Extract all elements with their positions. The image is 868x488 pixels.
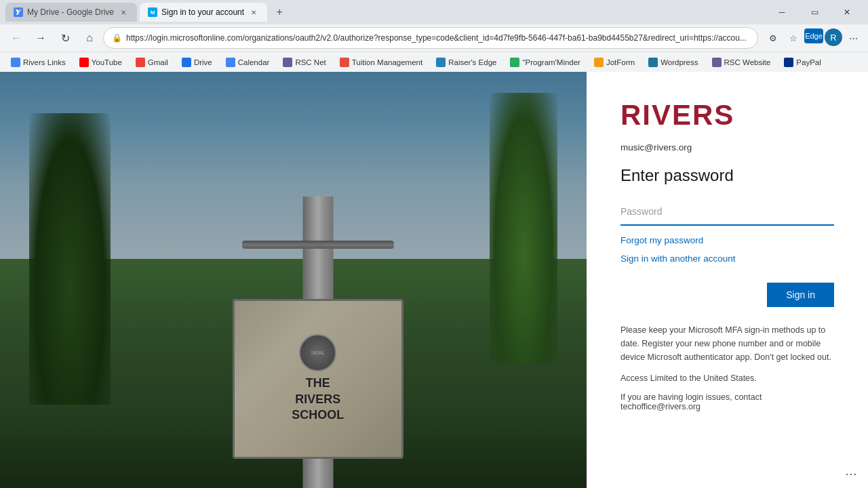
bookmark-program-minder[interactable]: "Program'Minder bbox=[505, 55, 586, 70]
collection-icon[interactable]: Edge bbox=[804, 28, 823, 43]
sign-in-button-row: Sign in bbox=[620, 283, 834, 307]
bookmark-calendar[interactable]: Calendar bbox=[220, 55, 275, 70]
title-bar: My Drive - Google Drive ✕ M Sign in to y… bbox=[0, 0, 868, 24]
back-button[interactable]: ← bbox=[5, 27, 27, 49]
new-tab-button[interactable]: + bbox=[270, 3, 289, 22]
address-bar[interactable]: 🔒 https://login.microsoftonline.com/orga… bbox=[103, 27, 758, 49]
favorites-icon[interactable]: ☆ bbox=[784, 28, 803, 47]
sign-in-other-account-link[interactable]: Sign in with another account bbox=[620, 253, 834, 264]
enter-password-title: Enter password bbox=[620, 166, 834, 185]
browser-chrome: My Drive - Google Drive ✕ M Sign in to y… bbox=[0, 0, 868, 72]
background-photo: SEAL THE RIVERS SCHOOL bbox=[0, 72, 587, 488]
bookmark-gmail[interactable]: Gmail bbox=[130, 55, 174, 70]
nav-toolbar: ⚙ ☆ Edge R ⋯ bbox=[764, 28, 863, 47]
bookmark-rsc-website[interactable]: RSC Website bbox=[707, 55, 776, 70]
tab-googledrive[interactable]: My Drive - Google Drive ✕ bbox=[5, 3, 137, 22]
googledrive-tab-label: My Drive - Google Drive bbox=[27, 7, 114, 17]
tab-signin[interactable]: M Sign in to your account ✕ bbox=[140, 3, 267, 22]
forgot-password-link[interactable]: Forgot my password bbox=[620, 235, 834, 245]
profile-icon[interactable]: R bbox=[825, 28, 842, 46]
main-content: SEAL THE RIVERS SCHOOL RIVERS music@rive… bbox=[0, 72, 868, 488]
bookmark-tuition[interactable]: Tuition Management bbox=[334, 55, 428, 70]
bookmarks-bar: Rivers Links YouTube Gmail Drive Calenda… bbox=[0, 52, 868, 72]
forward-button[interactable]: → bbox=[30, 27, 52, 49]
refresh-button[interactable]: ↻ bbox=[54, 27, 76, 49]
window-controls: ─ ▭ ✕ bbox=[766, 0, 863, 24]
extensions-icon[interactable]: ⚙ bbox=[764, 28, 783, 47]
signin-favicon: M bbox=[148, 7, 157, 17]
bookmark-jotform[interactable]: JotForm bbox=[589, 55, 640, 70]
dark-overlay bbox=[0, 72, 587, 488]
home-button[interactable]: ⌂ bbox=[79, 27, 100, 49]
bookmark-paypal[interactable]: PayPal bbox=[778, 55, 826, 70]
bookmark-drive[interactable]: Drive bbox=[176, 55, 218, 70]
close-button[interactable]: ✕ bbox=[831, 0, 863, 24]
contact-text: If you are having login issues, contact … bbox=[620, 392, 834, 411]
address-text: https://login.microsoftonline.com/organi… bbox=[126, 33, 749, 43]
sign-in-button[interactable]: Sign in bbox=[767, 283, 834, 307]
dots-menu-button[interactable]: ⋯ bbox=[845, 466, 857, 481]
bookmark-rscnet[interactable]: RSC Net bbox=[277, 55, 331, 70]
minimize-button[interactable]: ─ bbox=[766, 0, 797, 24]
googledrive-favicon bbox=[14, 7, 23, 17]
bookmark-raisers-edge[interactable]: Raiser's Edge bbox=[431, 55, 502, 70]
more-button[interactable]: ⋯ bbox=[844, 28, 863, 47]
rivers-logo: RIVERS bbox=[620, 99, 834, 131]
bookmark-rivers-links[interactable]: Rivers Links bbox=[5, 55, 71, 70]
login-panel: RIVERS music@rivers.org Enter password F… bbox=[587, 72, 868, 488]
signin-tab-label: Sign in to your account bbox=[161, 7, 244, 17]
nav-bar: ← → ↻ ⌂ 🔒 https://login.microsoftonline.… bbox=[0, 24, 868, 52]
mfa-info-text: Please keep your Microsoft MFA sign-in m… bbox=[620, 323, 834, 364]
bookmark-youtube[interactable]: YouTube bbox=[74, 55, 127, 70]
password-input[interactable] bbox=[620, 199, 834, 226]
password-input-wrap bbox=[620, 199, 834, 226]
bookmark-wordpress[interactable]: Wordpress bbox=[643, 55, 703, 70]
maximize-button[interactable]: ▭ bbox=[799, 0, 830, 24]
access-limited-text: Access Limited to the United States. bbox=[620, 373, 834, 383]
googledrive-tab-close[interactable]: ✕ bbox=[118, 7, 129, 18]
signin-tab-close[interactable]: ✕ bbox=[248, 7, 259, 18]
account-email: music@rivers.org bbox=[620, 142, 834, 152]
